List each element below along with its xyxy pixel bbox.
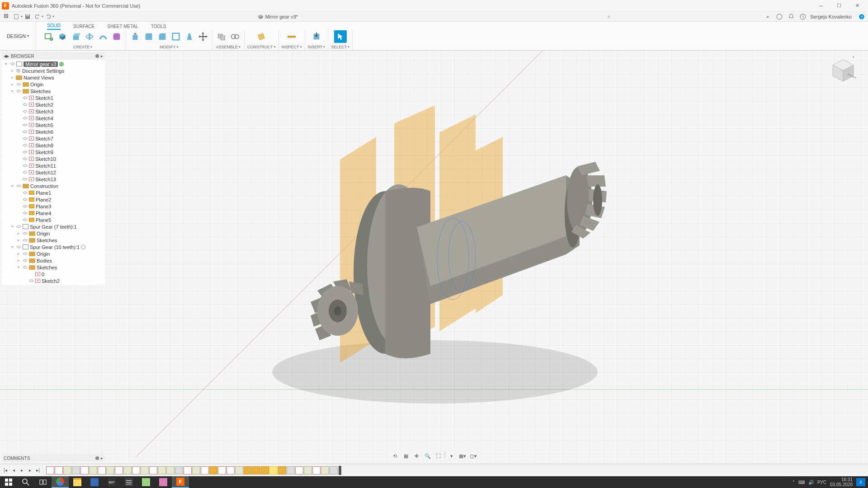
tree-sketch-item[interactable]: Sketch7 — [2, 135, 105, 142]
file-menu-button[interactable] — [12, 13, 22, 21]
timeline-feature[interactable] — [141, 466, 149, 474]
timeline-end-button[interactable]: ▸| — [34, 467, 42, 474]
measure-button[interactable] — [285, 30, 298, 43]
timeline-feature[interactable] — [235, 466, 243, 474]
tree-root[interactable]: ▿ Mirror gear v3 — [2, 61, 105, 67]
start-button[interactable] — [0, 476, 17, 488]
draft-button[interactable] — [183, 30, 196, 43]
pan-button[interactable]: ✥ — [412, 452, 421, 460]
tray-volume-icon[interactable]: 🔊 — [808, 480, 814, 485]
new-component-button[interactable] — [215, 30, 228, 43]
timeline-feature[interactable] — [55, 466, 63, 474]
grid-settings-button[interactable]: ▦▾ — [458, 452, 467, 460]
tree-sketch-item[interactable]: Sketch3 — [2, 108, 105, 115]
group-create-label[interactable]: CREATE▾ — [73, 45, 92, 50]
tree-spur7-origin[interactable]: ▹ Origin — [2, 230, 105, 237]
timeline-feature[interactable] — [175, 466, 183, 474]
timeline-start-button[interactable]: |◂ — [2, 467, 9, 474]
extrude-button[interactable] — [70, 30, 82, 43]
chamfer-button[interactable] — [156, 30, 169, 43]
timeline-feature[interactable] — [115, 466, 123, 474]
tree-origin[interactable]: ▹ Origin — [2, 81, 105, 88]
timeline-feature[interactable] — [166, 466, 175, 474]
tree-spur7-sketches[interactable]: ▹ Sketches — [2, 237, 105, 244]
tray-lang[interactable]: РУС — [817, 480, 826, 485]
group-construct-label[interactable]: CONSTRUCT▾ — [247, 45, 276, 50]
tree-doc-settings[interactable]: ▹ Document Settings — [2, 67, 105, 74]
job-status-button[interactable] — [798, 13, 807, 21]
timeline-feature[interactable] — [278, 466, 286, 474]
maximize-button[interactable]: ☐ — [830, 1, 848, 11]
workspace-switcher[interactable]: DESIGN▾ — [0, 22, 36, 50]
timeline-feature[interactable] — [226, 466, 235, 474]
taskbar-app3[interactable] — [137, 476, 155, 488]
tree-spur10-zero[interactable]: 0 — [2, 271, 105, 277]
taskbar-app2[interactable] — [120, 476, 137, 488]
new-design-button[interactable]: + — [763, 13, 772, 21]
tree-spur10-sketches[interactable]: ▿ Sketches — [2, 264, 105, 271]
display-settings-button[interactable]: ▾ — [447, 452, 456, 460]
fillet-button[interactable] — [142, 30, 155, 43]
timeline-play-button[interactable]: ▸ — [18, 467, 25, 474]
tree-sketch-item[interactable]: Sketch13 — [2, 176, 105, 183]
timeline-feature[interactable] — [149, 466, 157, 474]
timeline-feature[interactable] — [63, 466, 71, 474]
shell-button[interactable] — [170, 30, 182, 43]
timeline-feature[interactable] — [106, 466, 114, 474]
fit-button[interactable]: ⛶ — [434, 452, 443, 460]
data-panel-button[interactable] — [2, 13, 12, 21]
minimize-button[interactable]: ─ — [812, 1, 830, 11]
close-tab-icon[interactable]: × — [607, 14, 610, 19]
orbit-button[interactable]: ⟲ — [391, 452, 400, 460]
notifications-button[interactable] — [787, 13, 796, 21]
panel-collapse-icon[interactable]: ▸ — [101, 456, 103, 460]
tree-named-views[interactable]: ▹ Named Views — [2, 74, 105, 81]
timeline-feature[interactable] — [89, 466, 97, 474]
timeline-feature[interactable] — [209, 466, 217, 474]
taskbar-explorer[interactable] — [69, 476, 86, 488]
tray-chevron-icon[interactable]: ˄ — [793, 480, 795, 485]
timeline-feature[interactable] — [184, 466, 192, 474]
look-button[interactable]: ▦ — [401, 452, 410, 460]
tree-plane-item[interactable]: Plane3 — [2, 203, 105, 210]
timeline-feature[interactable] — [321, 466, 329, 474]
construct-plane-button[interactable] — [255, 30, 268, 43]
timeline-feature[interactable] — [123, 466, 132, 474]
timeline-next-button[interactable]: ▸ — [26, 467, 33, 474]
help-button[interactable]: ? — [857, 13, 866, 21]
timeline-feature[interactable] — [218, 466, 226, 474]
close-button[interactable]: ✕ — [848, 1, 866, 11]
move-button[interactable] — [197, 30, 209, 43]
insert-derive-button[interactable] — [310, 30, 323, 43]
tree-sketch-item[interactable]: Sketch2 — [2, 101, 105, 108]
tree-spur10-origin[interactable]: ▹ Origin — [2, 250, 105, 257]
select-button[interactable] — [334, 30, 347, 43]
taskview-button[interactable] — [34, 476, 52, 488]
presspull-button[interactable] — [129, 30, 142, 43]
comments-panel[interactable]: COMMENTS ▸ — [2, 455, 105, 462]
timeline-feature[interactable] — [244, 466, 252, 474]
tree-sketch-item[interactable]: Sketch8 — [2, 142, 105, 149]
timeline-feature[interactable] — [158, 466, 166, 474]
group-assemble-label[interactable]: ASSEMBLE▾ — [216, 45, 241, 50]
timeline-feature[interactable] — [98, 466, 106, 474]
revolve-button[interactable] — [83, 30, 96, 43]
tree-sketch-item[interactable]: Sketch12 — [2, 169, 105, 176]
tray-notifications[interactable]: 2 — [856, 478, 865, 486]
form-button[interactable] — [110, 30, 123, 43]
taskbar-fusion[interactable]: F — [172, 476, 189, 488]
tree-sketch-item[interactable]: Sketch6 — [2, 128, 105, 135]
undo-button[interactable] — [33, 13, 42, 21]
viewcube[interactable]: FRONT z — [827, 55, 859, 87]
box-button[interactable] — [56, 30, 69, 43]
tray-clock[interactable]: 16:31 03.05.2020 — [830, 477, 853, 487]
group-modify-label[interactable]: MODIFY▾ — [160, 45, 179, 50]
tree-sketch-item[interactable]: Sketch10 — [2, 155, 105, 162]
taskbar-app4[interactable] — [155, 476, 172, 488]
panel-collapse-icon[interactable]: ▸ — [101, 54, 103, 58]
document-tab[interactable]: Mirror gear v3* × — [258, 14, 610, 19]
timeline-feature[interactable] — [192, 466, 200, 474]
tree-spur10-sketch2[interactable]: Sketch2 — [2, 277, 105, 284]
timeline-feature[interactable] — [287, 466, 295, 474]
timeline-feature[interactable] — [252, 466, 260, 474]
